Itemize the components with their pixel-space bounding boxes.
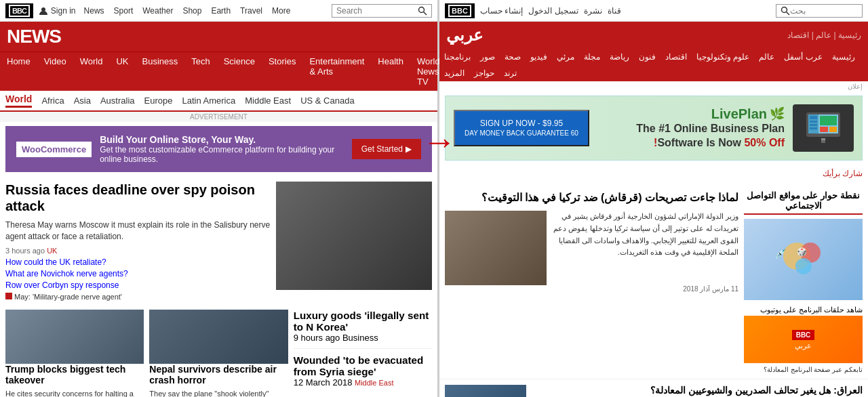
- arabic-nav-10[interactable]: صحة: [500, 49, 526, 65]
- arabic-nav-9[interactable]: فيديو: [526, 49, 552, 65]
- nav-travel[interactable]: Travel: [240, 6, 262, 16]
- liveplan-ad: 🌿 LivePlan The #1 Online Business PlanSo…: [445, 96, 863, 161]
- story-headline-2[interactable]: Luxury goods 'illegally sent to N Korea': [294, 310, 432, 333]
- arabic-search-input[interactable]: [790, 6, 858, 16]
- svg-line-2: [424, 12, 427, 15]
- subnav-australia[interactable]: Australia: [100, 96, 135, 106]
- story-headline-3[interactable]: Wounded 'to be evacuated from Syria sieg…: [294, 354, 432, 377]
- person-icon: [39, 6, 48, 16]
- arabic-main-headline[interactable]: لماذا جاءت تصريحات (قرقاش) ضد تركيا في ه…: [445, 190, 738, 205]
- arabic-content: نقطة حوار على مواقع التواصل الاجتماعي 💉 …: [439, 185, 868, 379]
- social-bottom: BBC عربي: [744, 316, 863, 363]
- arabic-nav-15[interactable]: المزيد: [439, 65, 469, 81]
- nav-stories[interactable]: Stories: [262, 52, 302, 91]
- sub-links: How could the UK retaliate? What are Nov…: [5, 257, 271, 301]
- arabic-nav-1[interactable]: عرب أسفل: [779, 49, 827, 65]
- arabic-title: عربي: [446, 26, 483, 45]
- story-headline-1[interactable]: Nepal survivors describe air crash horro…: [149, 364, 288, 387]
- world-subnav: World Africa Asia Australia Europe Latin…: [0, 91, 437, 112]
- arabic-second-headline[interactable]: العراق: هل يغير تحالف الصدريين والشيوعيي…: [532, 385, 863, 396]
- nav-earth[interactable]: Earth: [211, 6, 231, 16]
- arabic-nav-6[interactable]: رياضة: [605, 49, 634, 65]
- arabic-nav-placeholder: رئيسية | عالم | اقتصاد: [787, 30, 861, 40]
- liveplan-device-image: [793, 104, 854, 152]
- svg-rect-16: [821, 138, 825, 140]
- subnav-asia[interactable]: Asia: [74, 96, 91, 106]
- subnav-africa[interactable]: Africa: [41, 96, 64, 106]
- arabic-nav-5[interactable]: فنون: [634, 49, 660, 65]
- arabic-nav-12[interactable]: برنامجنا: [439, 49, 475, 65]
- news-title-bar: NEWS: [0, 22, 437, 51]
- arabic-nav-8[interactable]: مرئي: [552, 49, 579, 65]
- nav-home[interactable]: Home: [0, 52, 37, 91]
- nav-health[interactable]: Health: [371, 52, 410, 91]
- main-story-headline[interactable]: Russia faces deadline over spy poison at…: [5, 182, 271, 214]
- arabic-search-box[interactable]: [776, 4, 863, 18]
- share-link[interactable]: شارك برأيك: [445, 169, 863, 178]
- svg-rect-14: [820, 127, 828, 132]
- svg-line-5: [787, 12, 790, 15]
- arabic-ad-label: إعلان: [439, 81, 868, 91]
- nav-weather[interactable]: Weather: [142, 6, 173, 16]
- nav-more[interactable]: More: [272, 6, 290, 16]
- arabic-nav-14[interactable]: حواجز: [469, 65, 499, 81]
- bottom-stories: Trump blocks biggest tech takeover He ci…: [0, 304, 437, 397]
- nav-shop[interactable]: Shop: [182, 6, 201, 16]
- news-title: NEWS: [7, 26, 61, 47]
- svg-rect-12: [810, 127, 817, 129]
- liveplan-signup-button[interactable]: SIGN UP NOW - $9.95 60 DAY MONEY BACK GU…: [454, 110, 589, 147]
- arabic-second-image-placeholder: [445, 385, 526, 397]
- story-body-0: He cites security concerns for halting a…: [5, 389, 144, 397]
- sub-link-2[interactable]: Row over Corbyn spy response: [5, 280, 271, 290]
- social-title: نقطة حوار على مواقع التواصل الاجتماعي: [744, 190, 863, 215]
- nav-entertainment[interactable]: Entertainment & Arts: [302, 52, 371, 91]
- get-started-button[interactable]: Get Started ▶: [352, 139, 421, 159]
- arabic-signup[interactable]: إنشاء حساب: [480, 6, 523, 16]
- arabic-nav-13[interactable]: ترند: [499, 65, 521, 81]
- arabic-nav-11[interactable]: صور: [475, 49, 500, 65]
- nav-business[interactable]: Business: [135, 52, 184, 91]
- page-container: BBC Sign in News Sport Weather Shop Eart…: [0, 0, 868, 397]
- youtube-label[interactable]: شاهد حلقات البرنامج على يوتيوب: [744, 304, 863, 316]
- sub-link-1[interactable]: What are Novichok nerve agents?: [5, 269, 271, 278]
- svg-rect-13: [820, 116, 837, 125]
- top-nav: News Sport Weather Shop Earth Travel Mor…: [84, 6, 332, 16]
- arabic-nav-7[interactable]: مجلة: [579, 49, 605, 65]
- nav-video[interactable]: Video: [37, 52, 73, 91]
- bbc-top-bar: BBC Sign in News Sport Weather Shop Eart…: [0, 0, 437, 22]
- sub-link-0[interactable]: How could the UK retaliate?: [5, 257, 271, 267]
- nav-tech[interactable]: Tech: [184, 52, 216, 91]
- arabic-image-placeholder: [445, 211, 547, 285]
- nav-world[interactable]: World: [73, 52, 110, 91]
- subnav-latin-america[interactable]: Latin America: [182, 96, 235, 106]
- story-card-2: Luxury goods 'illegally sent to N Korea'…: [294, 310, 432, 349]
- divider-arrow: [422, 122, 456, 161]
- nav-news[interactable]: News: [84, 6, 104, 16]
- may-link: May: 'Military-grade nerve agent': [5, 293, 122, 301]
- arabic-nav-3[interactable]: علوم وتكنولوجيا: [692, 49, 754, 65]
- nav-uk[interactable]: UK: [109, 52, 135, 91]
- subnav-middle-east[interactable]: Middle East: [245, 96, 291, 106]
- arabic-signin[interactable]: تسجيل الدخول: [528, 6, 578, 16]
- subnav-europe[interactable]: Europe: [144, 96, 173, 106]
- arabic-nav-0[interactable]: رئيسية: [827, 49, 860, 65]
- bbc-arabic-logo[interactable]: BBC: [445, 3, 475, 18]
- arabic-link-1[interactable]: نشرة: [584, 6, 602, 16]
- svg-point-20: [795, 258, 812, 274]
- arabic-nav-2[interactable]: عالم: [754, 49, 779, 65]
- bbc-logo[interactable]: BBC: [5, 3, 33, 18]
- sign-in-link[interactable]: Sign in: [39, 6, 76, 16]
- story-meta-2: 9 hours ago Business: [294, 333, 432, 343]
- nav-sport[interactable]: Sport: [114, 6, 134, 16]
- main-story-text: Russia faces deadline over spy poison at…: [5, 182, 276, 301]
- svg-rect-15: [829, 127, 837, 132]
- story-headline-0[interactable]: Trump blocks biggest tech takeover: [5, 364, 144, 387]
- search-box[interactable]: [332, 4, 432, 18]
- arabic-link-0[interactable]: قناة: [608, 6, 621, 16]
- woo-logo: WooCommerce: [16, 142, 92, 157]
- search-input[interactable]: [336, 6, 418, 16]
- arabic-nav-4[interactable]: اقتصاد: [660, 49, 692, 65]
- arabic-second-story-layout: العراق: هل يغير تحالف الصدريين والشيوعيي…: [445, 385, 863, 397]
- nav-science[interactable]: Science: [217, 52, 262, 91]
- subnav-us-canada[interactable]: US & Canada: [300, 96, 355, 106]
